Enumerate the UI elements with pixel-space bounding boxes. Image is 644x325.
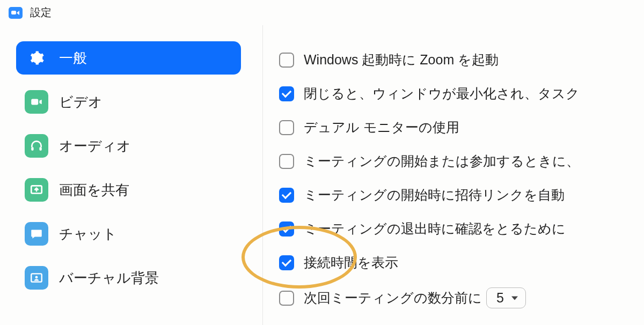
checkbox-remind-before-meeting[interactable] (279, 291, 294, 306)
checkbox-minimize-on-close[interactable] (279, 86, 294, 101)
sidebar-item-label: ビデオ (59, 93, 103, 112)
checkbox-copy-invite-link[interactable] (279, 188, 294, 203)
titlebar: 設定 (0, 0, 644, 25)
setting-start-with-windows: Windows 起動時に Zoom を起動 (279, 51, 644, 69)
sidebar-item-virtual-bg[interactable]: バーチャル背景 (16, 261, 241, 294)
general-settings-panel: Windows 起動時に Zoom を起動 閉じると、ウィンドウが最小化され、タ… (263, 25, 644, 325)
svg-rect-2 (39, 147, 41, 151)
checkbox-on-start-or-join[interactable] (279, 154, 294, 169)
checkbox-start-with-windows[interactable] (279, 53, 294, 68)
sidebar-item-audio[interactable]: オーディオ (16, 129, 241, 162)
content-area: 一般 ビデオ オーディオ 画面を共有 チャット (0, 25, 644, 325)
sidebar-item-general[interactable]: 一般 (16, 41, 241, 75)
setting-label: ミーティングの開始または参加するときに、 (304, 152, 580, 170)
setting-minimize-on-close: 閉じると、ウィンドウが最小化され、タスク (279, 85, 644, 102)
settings-sidebar: 一般 ビデオ オーディオ 画面を共有 チャット (0, 25, 263, 325)
gear-icon (25, 46, 48, 70)
checkbox-confirm-on-leave[interactable] (279, 221, 294, 237)
share-screen-icon (25, 178, 48, 202)
window-title: 設定 (30, 5, 52, 20)
video-icon (25, 90, 48, 114)
setting-label: デュアル モニターの使用 (304, 119, 459, 136)
checkbox-dual-monitor[interactable] (279, 120, 294, 135)
setting-label: 次回ミーティングの数分前に (304, 289, 482, 307)
zoom-app-icon (9, 7, 23, 19)
setting-confirm-on-leave: ミーティングの退出時に確認をとるために (279, 220, 644, 238)
sidebar-item-label: バーチャル背景 (59, 269, 159, 287)
setting-on-start-or-join: ミーティングの開始または参加するときに、 (279, 152, 644, 170)
setting-label: 接続時間を表示 (304, 254, 398, 271)
setting-label: Windows 起動時に Zoom を起動 (304, 51, 499, 69)
svg-rect-0 (31, 99, 38, 105)
svg-point-5 (35, 276, 38, 279)
remind-minutes-value: 5 (496, 290, 504, 305)
sidebar-item-video[interactable]: ビデオ (16, 85, 241, 119)
setting-dual-monitor: デュアル モニターの使用 (279, 119, 644, 136)
checkbox-show-connected-time[interactable] (279, 255, 294, 270)
headphones-icon (25, 134, 48, 158)
sidebar-item-label: チャット (59, 225, 117, 243)
setting-remind-before-meeting: 次回ミーティングの数分前に 5 (279, 287, 644, 308)
setting-label: ミーティングの退出時に確認をとるために (304, 220, 566, 238)
sidebar-item-share-screen[interactable]: 画面を共有 (16, 173, 241, 206)
sidebar-item-label: 一般 (59, 49, 87, 68)
sidebar-item-label: オーディオ (59, 137, 131, 156)
svg-rect-1 (31, 147, 33, 151)
sidebar-item-chat[interactable]: チャット (16, 217, 241, 250)
setting-show-connected-time: 接続時間を表示 (279, 254, 644, 271)
setting-label: ミーティングの開始時に招待リンクを自動 (304, 186, 565, 204)
setting-copy-invite-link: ミーティングの開始時に招待リンクを自動 (279, 186, 644, 204)
sidebar-item-label: 画面を共有 (59, 181, 129, 200)
chat-icon (25, 222, 48, 246)
remind-minutes-select[interactable]: 5 (486, 287, 526, 308)
virtual-bg-icon (25, 266, 48, 290)
setting-label: 閉じると、ウィンドウが最小化され、タスク (304, 85, 580, 102)
